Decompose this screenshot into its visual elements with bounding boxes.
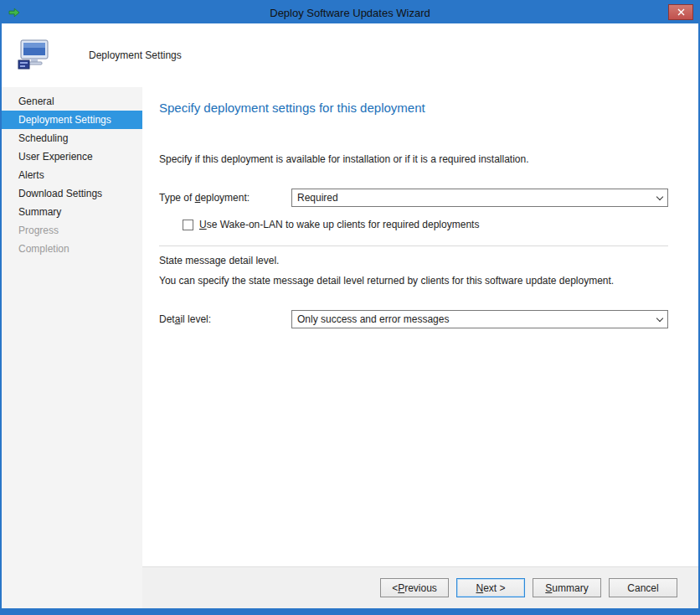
type-of-deployment-value: Required	[292, 192, 651, 204]
software-deployment-icon	[17, 39, 52, 72]
wizard-body: General Deployment Settings Scheduling U…	[2, 87, 698, 608]
page-title: Specify deployment settings for this dep…	[159, 101, 668, 115]
sidebar-item-completion: Completion	[2, 240, 142, 258]
cancel-button[interactable]: Cancel	[609, 578, 677, 597]
content-area: Specify deployment settings for this dep…	[142, 87, 698, 566]
state-detail-title: State message detail level.	[159, 255, 668, 266]
wizard-header: Deployment Settings	[2, 23, 698, 87]
sidebar-item-general[interactable]: General	[2, 92, 142, 111]
sidebar-item-download-settings[interactable]: Download Settings	[2, 184, 142, 203]
type-of-deployment-select[interactable]: Required	[291, 189, 668, 207]
next-button[interactable]: Next >	[456, 578, 525, 597]
detail-level-select[interactable]: Only success and error messages	[291, 310, 668, 328]
chevron-down-icon	[651, 311, 667, 328]
header-title: Deployment Settings	[89, 49, 182, 61]
close-icon	[677, 8, 685, 16]
detail-level-value: Only success and error messages	[292, 313, 651, 325]
sidebar: General Deployment Settings Scheduling U…	[2, 87, 142, 608]
summary-button[interactable]: Summary	[533, 578, 601, 597]
sidebar-item-alerts[interactable]: Alerts	[2, 166, 142, 184]
section-divider	[159, 245, 668, 246]
wizard-arrow-icon	[8, 6, 21, 19]
close-button[interactable]	[668, 4, 693, 20]
previous-button[interactable]: < Previous	[380, 578, 449, 597]
sidebar-item-summary[interactable]: Summary	[2, 203, 142, 221]
state-detail-description: You can specify the state message detail…	[159, 275, 668, 287]
sidebar-item-deployment-settings[interactable]: Deployment Settings	[2, 111, 142, 129]
type-of-deployment-label: Type of deployment:	[159, 192, 291, 204]
wake-on-lan-checkbox[interactable]	[183, 220, 193, 230]
sidebar-item-scheduling[interactable]: Scheduling	[2, 129, 142, 147]
main-panel: Specify deployment settings for this dep…	[142, 87, 698, 608]
sidebar-item-user-experience[interactable]: User Experience	[2, 147, 142, 166]
detail-level-label: Detail level:	[159, 313, 291, 325]
wizard-window: Deploy Software Updates Wizard Deploymen…	[0, 0, 700, 615]
footer-bar: < Previous Next > Summary Cancel	[142, 566, 698, 608]
sidebar-item-progress: Progress	[2, 221, 142, 240]
wake-on-lan-label: Use Wake-on-LAN to wake up clients for r…	[199, 219, 479, 230]
chevron-down-icon	[651, 189, 667, 206]
detail-level-row: Detail level: Only success and error mes…	[159, 310, 668, 328]
intro-text: Specify if this deployment is available …	[159, 153, 668, 165]
window-title: Deploy Software Updates Wizard	[2, 7, 698, 19]
type-of-deployment-row: Type of deployment: Required	[159, 189, 668, 207]
titlebar: Deploy Software Updates Wizard	[2, 2, 698, 23]
wake-on-lan-row: Use Wake-on-LAN to wake up clients for r…	[183, 219, 668, 230]
